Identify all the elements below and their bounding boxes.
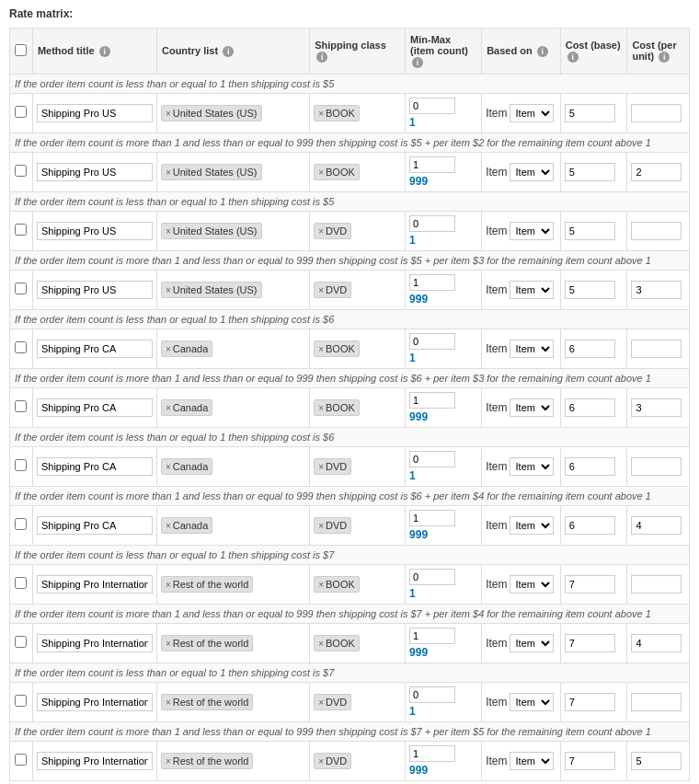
basedon-info-icon[interactable]: i: [537, 46, 548, 57]
based-on-select[interactable]: Item: [510, 163, 554, 181]
shipping-info-icon[interactable]: i: [316, 52, 327, 63]
country-tag-remove[interactable]: ×: [166, 167, 171, 178]
shipping-tag-remove[interactable]: ×: [318, 580, 324, 590]
based-on-select[interactable]: Item: [510, 752, 554, 770]
shipping-tag-remove[interactable]: ×: [318, 226, 324, 236]
based-on-select[interactable]: Item: [510, 340, 554, 358]
cost-unit-info-icon[interactable]: i: [659, 52, 670, 63]
cost-base-input[interactable]: [565, 222, 615, 240]
cost-base-input[interactable]: [565, 340, 615, 358]
row-checkbox[interactable]: [15, 577, 27, 589]
method-info-icon[interactable]: i: [99, 46, 110, 57]
country-tag-remove[interactable]: ×: [166, 344, 171, 354]
min-input[interactable]: [409, 451, 455, 467]
row-checkbox[interactable]: [15, 695, 27, 707]
min-input[interactable]: [409, 745, 455, 762]
row-checkbox[interactable]: [15, 341, 27, 353]
row-checkbox[interactable]: [15, 165, 27, 177]
country-tag-remove[interactable]: ×: [166, 226, 171, 236]
cost-base-input[interactable]: [565, 104, 615, 122]
cost-base-input[interactable]: [565, 634, 615, 652]
country-tag-remove[interactable]: ×: [166, 285, 171, 295]
shipping-tag-remove[interactable]: ×: [318, 521, 324, 531]
based-on-select[interactable]: Item: [510, 693, 554, 711]
cost-unit-input[interactable]: [631, 222, 682, 240]
cost-unit-input[interactable]: [631, 398, 682, 417]
method-input[interactable]: [37, 281, 153, 299]
based-on-select[interactable]: Item: [510, 575, 554, 594]
shipping-tag-remove[interactable]: ×: [318, 285, 324, 295]
row-checkbox[interactable]: [15, 459, 27, 471]
cost-base-input[interactable]: [565, 516, 615, 535]
country-tag-remove[interactable]: ×: [166, 698, 171, 708]
cost-base-info-icon[interactable]: i: [567, 52, 579, 63]
min-input[interactable]: [409, 98, 455, 114]
country-tag-remove[interactable]: ×: [166, 521, 171, 531]
min-input[interactable]: [409, 274, 455, 291]
min-input[interactable]: [409, 686, 455, 703]
country-tag-remove[interactable]: ×: [166, 462, 171, 472]
row-checkbox[interactable]: [15, 282, 27, 294]
shipping-tag-remove[interactable]: ×: [318, 403, 324, 413]
min-input[interactable]: [409, 569, 455, 585]
row-checkbox[interactable]: [15, 106, 27, 118]
method-input[interactable]: [37, 340, 153, 358]
based-on-select[interactable]: Item: [510, 104, 554, 122]
shipping-tag-remove[interactable]: ×: [318, 698, 324, 708]
cost-unit-input[interactable]: [631, 752, 682, 770]
country-tag-remove[interactable]: ×: [166, 403, 171, 413]
cost-base-input[interactable]: [565, 752, 615, 770]
row-checkbox[interactable]: [15, 754, 27, 766]
cost-base-input[interactable]: [565, 693, 615, 711]
cost-unit-input[interactable]: [631, 516, 682, 535]
shipping-tag-remove[interactable]: ×: [318, 344, 324, 354]
shipping-tag-remove[interactable]: ×: [318, 639, 324, 649]
min-input[interactable]: [409, 510, 455, 526]
cost-base-input[interactable]: [565, 457, 615, 476]
method-input[interactable]: [37, 163, 153, 181]
country-tag-remove[interactable]: ×: [166, 580, 171, 590]
row-checkbox[interactable]: [15, 518, 27, 530]
based-on-select[interactable]: Item: [510, 398, 554, 417]
method-input[interactable]: [37, 693, 153, 711]
based-on-select[interactable]: Item: [510, 516, 554, 535]
cost-base-input[interactable]: [565, 163, 615, 181]
based-on-select[interactable]: Item: [510, 222, 554, 240]
based-on-select[interactable]: Item: [510, 634, 554, 652]
cost-unit-input[interactable]: [631, 163, 682, 181]
cost-base-input[interactable]: [565, 281, 615, 299]
cost-unit-input[interactable]: [631, 340, 682, 358]
cost-unit-input[interactable]: [631, 634, 682, 652]
cost-unit-input[interactable]: [631, 575, 682, 594]
method-input[interactable]: [37, 398, 153, 417]
method-input[interactable]: [37, 575, 153, 594]
shipping-tag-remove[interactable]: ×: [318, 167, 324, 178]
country-info-icon[interactable]: i: [223, 46, 234, 57]
shipping-tag-remove[interactable]: ×: [318, 462, 324, 472]
cost-base-input[interactable]: [565, 575, 615, 594]
method-input[interactable]: [37, 222, 153, 240]
cost-base-input[interactable]: [565, 398, 615, 417]
min-input[interactable]: [409, 333, 455, 350]
country-tag-remove[interactable]: ×: [166, 109, 171, 119]
row-checkbox[interactable]: [15, 224, 27, 236]
select-all-checkbox[interactable]: [15, 44, 27, 56]
based-on-select[interactable]: Item: [510, 281, 554, 299]
cost-unit-input[interactable]: [631, 104, 682, 122]
min-input[interactable]: [409, 628, 455, 644]
method-input[interactable]: [37, 752, 153, 770]
country-tag-remove[interactable]: ×: [166, 756, 171, 767]
cost-unit-input[interactable]: [631, 693, 682, 711]
method-input[interactable]: [37, 457, 153, 476]
method-input[interactable]: [37, 104, 153, 122]
cost-unit-input[interactable]: [631, 281, 682, 299]
shipping-tag-remove[interactable]: ×: [318, 109, 324, 119]
based-on-select[interactable]: Item: [510, 457, 554, 476]
min-input[interactable]: [409, 392, 455, 409]
country-tag-remove[interactable]: ×: [166, 639, 171, 649]
shipping-tag-remove[interactable]: ×: [318, 756, 324, 767]
minmax-info-icon[interactable]: i: [412, 57, 423, 68]
method-input[interactable]: [37, 634, 153, 652]
min-input[interactable]: [409, 156, 455, 173]
select-all-header[interactable]: [10, 29, 33, 75]
